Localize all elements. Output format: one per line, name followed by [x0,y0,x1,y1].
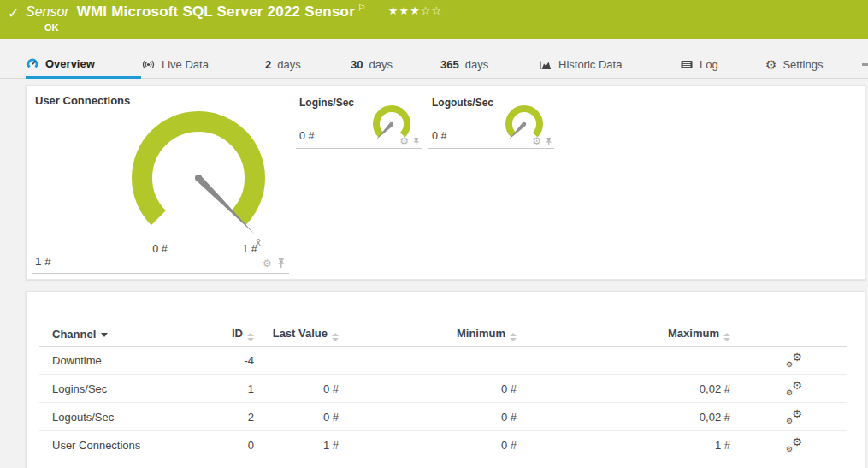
logins-gauge-value: 0 # [299,130,314,142]
channel-min: 0 # [339,439,517,452]
channel-id: 1 [193,382,254,395]
user-connections-gauge: x̄ [126,110,271,251]
channel-max: 0,02 # [517,411,730,424]
tab-30-days[interactable]: 30 days [351,50,440,78]
logouts-gauge-card: Logouts/Sec 0 # ⚙ [428,94,554,149]
gauge-pin-icon[interactable] [276,258,286,269]
tab-overview[interactable]: Overview [26,50,141,79]
status-ok-check-icon: ✓ [8,5,19,21]
channel-min: 0 # [339,411,517,424]
tab-2-days[interactable]: 2 days [265,50,351,78]
gauge-settings-gear-icon[interactable]: ⚙ [399,136,409,146]
tab-bar: Overview Live Data 2 days 30 days 365 da… [0,50,868,79]
table-row-logins: Logins/Sec 1 0 # 0 # 0,02 # ⚙⚙ [39,375,847,403]
tab-365-days[interactable]: 365 days [440,50,539,78]
sort-icon [247,333,254,341]
tab-historic-data-label: Historic Data [558,58,622,71]
sensor-header: ✓ Sensor WMI Microsoft SQL Server 2022 S… [0,0,868,39]
channel-max: 0,02 # [517,382,730,395]
header-maximum[interactable]: Maximum [517,327,730,341]
channel-settings-gears-icon[interactable]: ⚙⚙ [787,381,802,394]
channel-id: -4 [193,354,254,367]
table-row-downtime: Downtime -4 ⚙⚙ [39,347,847,375]
primary-gauge-title: User Connections [35,94,130,107]
channel-settings-gears-icon[interactable]: ⚙⚙ [787,409,802,423]
tab-historic-data[interactable]: Historic Data [539,50,680,78]
object-kind-label: Sensor [26,4,69,20]
channel-settings-gears-icon[interactable]: ⚙⚙ [787,352,802,366]
tab-2-days-label: days [277,58,300,71]
area-chart-icon [539,59,552,70]
tab-live-data[interactable]: Live Data [141,50,265,78]
table-row-logouts: Logouts/Sec 2 0 # 0 # 0,02 # ⚙⚙ [39,403,847,431]
header-last-value[interactable]: Last Value [254,327,339,341]
tab-settings-label: Settings [782,58,823,71]
sort-icon [332,333,339,341]
channel-settings-gears-icon[interactable]: ⚙⚙ [787,437,802,451]
channels-panel: Channel ID Last Value Minimum Maximum Do… [26,291,865,468]
tab-30-days-number: 30 [351,58,363,71]
tab-365-days-label: days [465,58,488,71]
channel-last: 0 # [254,382,339,395]
logouts-gauge-value: 0 # [432,130,446,142]
tab-365-days-number: 365 [440,58,459,71]
header-minimum[interactable]: Minimum [339,327,517,341]
channel-table: Channel ID Last Value Minimum Maximum Do… [39,323,847,459]
channel-link[interactable]: User Connections [39,439,193,452]
gear-icon: ⚙ [765,58,776,71]
channel-link[interactable]: Logouts/Sec [39,411,193,424]
sorted-desc-icon [101,333,108,337]
logouts-gauge-title: Logouts/Sec [432,97,493,109]
gauge-settings-gear-icon[interactable]: ⚙ [263,258,272,269]
channel-min: 0 # [339,382,517,395]
gauges-panel: User Connections x̄ 0 # 1 # 1 # ⚙ Logins… [26,85,865,280]
gauge-current-value: 1 # [35,255,51,268]
logins-gauge-card: Logins/Sec 0 # ⚙ [296,94,422,149]
tab-2-days-number: 2 [265,58,271,71]
flag-icon: ⚐ [357,3,366,14]
logins-gauge-title: Logins/Sec [299,97,354,109]
channel-last: 0 # [254,411,339,424]
gauge-divider [32,273,289,274]
channel-link[interactable]: Logins/Sec [39,382,193,395]
table-header-row: Channel ID Last Value Minimum Maximum [39,323,847,347]
channel-id: 2 [193,411,254,424]
live-broadcast-icon [141,59,156,70]
tab-overview-label: Overview [45,57,95,70]
sensor-title: WMI Microsoft SQL Server 2022 Sensor [77,3,355,21]
tab-log[interactable]: Log [680,50,765,78]
next-tab-partial [862,63,868,66]
sort-icon [723,333,730,341]
channel-id: 0 [193,439,254,452]
gauge-max-label: 1 # [233,243,267,255]
channel-last: 1 # [254,439,339,452]
tab-settings[interactable]: ⚙ Settings [765,50,842,78]
gauge-icon [26,57,39,69]
log-list-icon [680,59,694,70]
tab-live-data-label: Live Data [162,58,209,71]
table-row-user-connections: User Connections 0 1 # 0 # 1 # ⚙⚙ [39,431,847,459]
sort-icon [510,333,517,341]
gauge-pin-icon[interactable] [545,137,552,146]
channel-link[interactable]: Downtime [39,354,193,367]
tab-30-days-label: days [369,58,392,71]
header-channel[interactable]: Channel [39,328,193,341]
gauge-min-label: 0 # [143,243,177,255]
gauge-settings-gear-icon[interactable]: ⚙ [532,136,541,146]
header-id[interactable]: ID [193,327,254,341]
gauge-pin-icon[interactable] [412,137,420,146]
tab-log-label: Log [700,58,718,71]
priority-stars[interactable]: ★★★☆☆ [388,4,442,17]
status-badge: OK [44,22,59,33]
channel-max: 1 # [517,439,730,452]
